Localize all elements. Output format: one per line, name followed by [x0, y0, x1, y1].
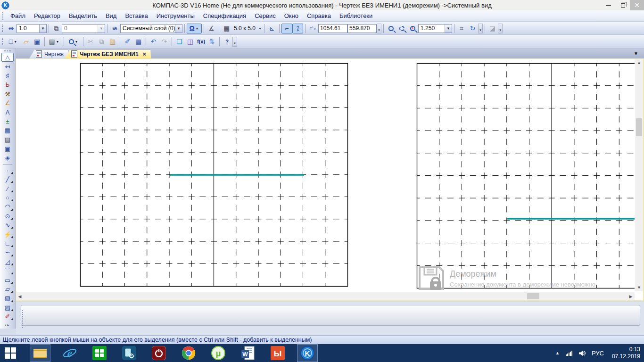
- network-signal-icon[interactable]: [566, 351, 572, 356]
- menu-specification[interactable]: Спецификация: [199, 11, 250, 21]
- menu-tools[interactable]: Инструменты: [152, 11, 199, 21]
- properties-button[interactable]: ▦: [133, 37, 144, 47]
- save-button[interactable]: ▣: [32, 37, 42, 47]
- layer-name-combobox[interactable]: Системный слой (0)▼: [120, 24, 182, 33]
- chamfer-tool[interactable]: ◿: [1, 257, 14, 266]
- copy-button[interactable]: ⧉: [96, 37, 107, 47]
- chevron-down-icon[interactable]: ▼: [39, 25, 46, 33]
- taskbar-chrome[interactable]: [178, 344, 199, 362]
- menu-file[interactable]: Файл: [6, 11, 30, 21]
- language-indicator[interactable]: РУС: [592, 350, 604, 357]
- drawing-sheets[interactable]: [16, 59, 635, 291]
- redo-button[interactable]: ↷: [159, 37, 170, 47]
- menu-help[interactable]: Справка: [303, 11, 335, 21]
- tab-drawing[interactable]: Чертеж: [29, 49, 68, 58]
- open-button[interactable]: ▱: [21, 37, 32, 47]
- ortho-button[interactable]: ⌐: [281, 24, 292, 33]
- coord-x-input[interactable]: [318, 24, 347, 33]
- selection-tool[interactable]: ±: [1, 117, 14, 126]
- standard-toolbar-grip[interactable]: [2, 38, 3, 45]
- vertical-scroll-thumb[interactable]: [636, 118, 642, 136]
- chevron-down-icon[interactable]: ▾: [56, 40, 60, 44]
- horizontal-scrollbar[interactable]: ◀ ▶: [16, 292, 635, 300]
- scroll-down-button[interactable]: ▼: [635, 284, 643, 291]
- tab-close-icon[interactable]: ×: [143, 50, 147, 58]
- arc-tool[interactable]: ◠: [1, 202, 14, 211]
- menu-service[interactable]: Сервис: [250, 11, 280, 21]
- polyline-tool[interactable]: ∟: [1, 239, 14, 248]
- taskbar-power-tool[interactable]: [149, 344, 169, 362]
- taskbar-explorer[interactable]: [30, 344, 50, 362]
- parametrics-tool[interactable]: ∠: [1, 99, 14, 107]
- circle-tool[interactable]: ○: [1, 193, 14, 202]
- fillet-tool[interactable]: ⌒: [1, 266, 14, 275]
- toolbar1-more-button[interactable]: ▾: [498, 24, 503, 33]
- start-button[interactable]: [0, 344, 21, 362]
- designations2-tool[interactable]: Ь: [1, 80, 14, 89]
- volume-icon[interactable]: [578, 350, 586, 356]
- ole-tool[interactable]: ◈: [1, 153, 14, 162]
- point-tool[interactable]: ·: [1, 166, 14, 175]
- tab-drawing-noname1[interactable]: Чертеж БЕЗ ИМЕНИ1×: [65, 49, 151, 58]
- insert-tool[interactable]: ▣: [1, 144, 14, 153]
- undo-button[interactable]: ↶: [148, 37, 159, 47]
- taskbar-utorrent[interactable]: µ: [208, 344, 229, 362]
- show-all-button[interactable]: ⌗: [456, 24, 467, 33]
- horizontal-scroll-thumb[interactable]: [527, 293, 539, 299]
- local-cs-button[interactable]: ⊾: [266, 24, 277, 33]
- chevron-down-icon[interactable]: ▾: [74, 40, 79, 44]
- canvas[interactable]: Деморежим Сохранение документа в демореж…: [16, 59, 635, 291]
- taskbar-internet-explorer[interactable]: e: [59, 344, 80, 362]
- layer-copy-icon[interactable]: ⧉: [51, 24, 62, 33]
- zoom-by-frame-button[interactable]: [386, 24, 396, 33]
- property-panel-grip[interactable]: [22, 310, 23, 328]
- measurement-tool[interactable]: A: [1, 107, 14, 116]
- erase-parts-button[interactable]: ◪: [487, 24, 498, 33]
- paste-button[interactable]: ▥: [107, 37, 118, 47]
- menubar-grip[interactable]: [2, 12, 4, 20]
- left-toolbar-resize-handle[interactable]: ▪▸: [5, 323, 10, 327]
- hatch-lines-tool[interactable]: ▧: [1, 294, 14, 303]
- hatch-fill-tool[interactable]: ▨: [1, 303, 14, 312]
- clock[interactable]: 0:13 07.12.2019: [610, 346, 640, 360]
- step-combobox[interactable]: 1.0▼: [17, 24, 47, 33]
- menu-insert[interactable]: Вставка: [121, 11, 152, 21]
- close-button[interactable]: ✕: [630, 0, 644, 10]
- dimensions-tool[interactable]: ↤: [1, 62, 14, 71]
- grid-menu-caret[interactable]: ▾: [258, 26, 262, 31]
- coord-y-input[interactable]: [347, 24, 377, 33]
- menu-editor[interactable]: Редактор: [30, 11, 65, 21]
- taskbar-abbyy[interactable]: Ы: [267, 344, 288, 362]
- copy-properties-button[interactable]: ✐: [122, 37, 133, 47]
- chevron-down-icon[interactable]: ▼: [175, 25, 182, 33]
- layer-number-combobox[interactable]: 0▼: [62, 24, 105, 33]
- aux-line-tool[interactable]: ╱: [1, 175, 14, 184]
- menu-select[interactable]: Выделить: [65, 11, 101, 21]
- taskbar-kompas[interactable]: K: [297, 344, 318, 362]
- cut-button[interactable]: ✂: [85, 37, 96, 47]
- rectangle-tool[interactable]: ▭: [1, 275, 14, 284]
- scale-combobox[interactable]: 1.250▼: [418, 24, 452, 33]
- window-help-button[interactable]: ◫: [185, 37, 196, 47]
- scroll-up-button[interactable]: ▲: [635, 59, 643, 66]
- menu-libraries[interactable]: Библиотеки: [335, 11, 377, 21]
- zoom-selected-button[interactable]: [396, 24, 407, 33]
- segment-tool[interactable]: ∕: [1, 184, 14, 193]
- taskbar-store[interactable]: [89, 344, 110, 362]
- editing-tool[interactable]: ⚒: [1, 90, 14, 99]
- chevron-down-icon[interactable]: ▾: [13, 40, 17, 44]
- taskbar-word[interactable]: W: [238, 344, 258, 362]
- show-windows-button[interactable]: ❏: [174, 37, 185, 47]
- tab-list-button[interactable]: ▼: [631, 50, 641, 57]
- designations-tool[interactable]: ♯: [1, 71, 14, 80]
- taskbar-settings[interactable]: ⚙: [119, 344, 140, 362]
- coords-more-button[interactable]: ▾: [377, 24, 381, 33]
- specification-tool[interactable]: ▦: [1, 126, 14, 135]
- layers-icon[interactable]: ≋: [109, 24, 120, 33]
- angle-snap-button[interactable]: ∡: [206, 24, 217, 33]
- menu-view[interactable]: Вид: [101, 11, 121, 21]
- menu-window[interactable]: Окно: [280, 11, 303, 21]
- fx-button[interactable]: f(x): [196, 37, 206, 47]
- tray-expand-icon[interactable]: ▲: [555, 351, 560, 355]
- variables-button[interactable]: ⇅: [206, 37, 217, 47]
